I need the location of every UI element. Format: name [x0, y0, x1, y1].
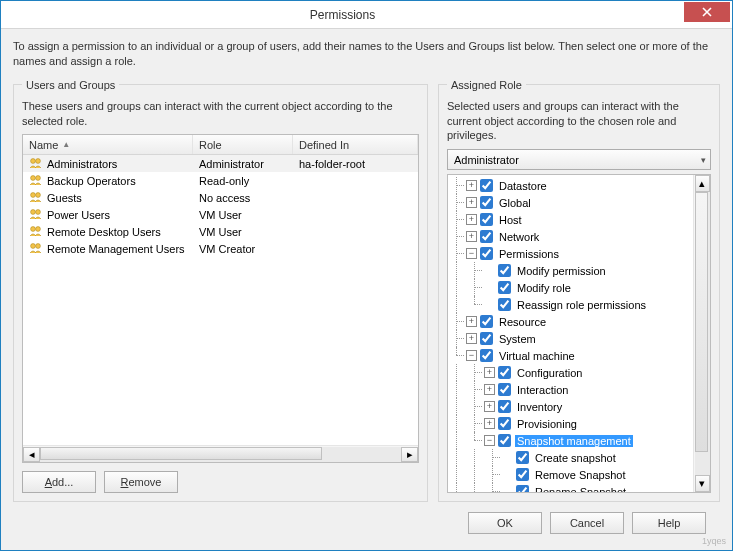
tree-node-host[interactable]: +Host — [448, 211, 693, 228]
tree-node-network[interactable]: +Network — [448, 228, 693, 245]
tree-checkbox[interactable] — [498, 434, 511, 447]
scroll-left-button[interactable]: ◂ — [23, 447, 40, 462]
cell-defined-in: ha-folder-root — [293, 158, 418, 170]
cell-role: VM User — [193, 226, 293, 238]
expand-icon[interactable]: + — [466, 316, 477, 327]
expand-icon[interactable]: + — [484, 384, 495, 395]
tree-label: Create snapshot — [533, 452, 618, 464]
role-selected: Administrator — [454, 154, 519, 166]
tree-checkbox[interactable] — [516, 485, 529, 492]
table-row[interactable]: AdministratorsAdministratorha-folder-roo… — [23, 155, 418, 172]
svg-point-1 — [36, 158, 41, 163]
table-row[interactable]: Power UsersVM User — [23, 206, 418, 223]
tree-label: Configuration — [515, 367, 584, 379]
tree-checkbox[interactable] — [516, 468, 529, 481]
col-role[interactable]: Role — [193, 135, 293, 154]
table-body: AdministratorsAdministratorha-folder-roo… — [23, 155, 418, 445]
v-scroll-thumb[interactable] — [695, 192, 708, 452]
tree-node-reassign-role-permissions[interactable]: Reassign role permissions — [448, 296, 693, 313]
tree-checkbox[interactable] — [498, 383, 511, 396]
cancel-button[interactable]: Cancel — [550, 512, 624, 534]
group-icon — [29, 225, 43, 239]
expand-icon[interactable]: + — [466, 333, 477, 344]
tree-node-datastore[interactable]: +Datastore — [448, 177, 693, 194]
tree-node-vm-rename-snapshot[interactable]: Rename Snapshot — [448, 483, 693, 492]
tree-node-permissions[interactable]: −Permissions — [448, 245, 693, 262]
svg-point-6 — [31, 209, 36, 214]
v-scrollbar[interactable]: ▴ ▾ — [693, 175, 710, 492]
scroll-up-button[interactable]: ▴ — [695, 175, 710, 192]
tree-checkbox[interactable] — [498, 417, 511, 430]
tree-checkbox[interactable] — [498, 298, 511, 311]
tree-label: Virtual machine — [497, 350, 577, 362]
svg-point-7 — [36, 209, 41, 214]
scroll-down-button[interactable]: ▾ — [695, 475, 710, 492]
expand-icon[interactable]: + — [466, 197, 477, 208]
tree-checkbox[interactable] — [498, 366, 511, 379]
tree-checkbox[interactable] — [480, 179, 493, 192]
col-name[interactable]: Name ▲ — [23, 135, 193, 154]
tree-node-system[interactable]: +System — [448, 330, 693, 347]
titlebar: Permissions — [1, 1, 732, 29]
tree-node-vm-provisioning[interactable]: +Provisioning — [448, 415, 693, 432]
help-button[interactable]: Help — [632, 512, 706, 534]
expand-icon[interactable]: + — [466, 214, 477, 225]
collapse-icon[interactable]: − — [484, 435, 495, 446]
tree-checkbox[interactable] — [480, 213, 493, 226]
v-scroll-track[interactable] — [695, 192, 710, 475]
tree-node-vm-remove-snapshot[interactable]: Remove Snapshot — [448, 466, 693, 483]
tree-checkbox[interactable] — [498, 281, 511, 294]
expand-icon[interactable]: + — [484, 401, 495, 412]
h-scroll-thumb[interactable] — [40, 447, 322, 460]
tree-node-modify-permission[interactable]: Modify permission — [448, 262, 693, 279]
close-button[interactable] — [684, 2, 730, 22]
tree-checkbox[interactable] — [498, 264, 511, 277]
users-groups-table: Name ▲ Role Defined In AdministratorsAdm… — [22, 134, 419, 463]
table-row[interactable]: Remote Desktop UsersVM User — [23, 223, 418, 240]
cell-role: VM Creator — [193, 243, 293, 255]
dialog-footer: OK Cancel Help — [13, 502, 720, 544]
table-row[interactable]: GuestsNo access — [23, 189, 418, 206]
tree-node-virtual-machine[interactable]: −Virtual machine — [448, 347, 693, 364]
tree-label: Resource — [497, 316, 548, 328]
collapse-icon[interactable]: − — [466, 350, 477, 361]
tree-label: Inventory — [515, 401, 564, 413]
tree-node-vm-inventory[interactable]: +Inventory — [448, 398, 693, 415]
table-row[interactable]: Backup OperatorsRead-only — [23, 172, 418, 189]
tree-checkbox[interactable] — [516, 451, 529, 464]
scroll-right-button[interactable]: ▸ — [401, 447, 418, 462]
expand-icon[interactable]: + — [466, 180, 477, 191]
expand-icon[interactable]: + — [484, 418, 495, 429]
col-defined-in[interactable]: Defined In — [293, 135, 418, 154]
tree-checkbox[interactable] — [480, 230, 493, 243]
tree-checkbox[interactable] — [480, 315, 493, 328]
intro-text: To assign a permission to an individual … — [13, 39, 720, 69]
expand-icon[interactable]: + — [484, 367, 495, 378]
tree-checkbox[interactable] — [480, 247, 493, 260]
remove-button[interactable]: Remove — [104, 471, 178, 493]
tree-node-vm-interaction[interactable]: +Interaction — [448, 381, 693, 398]
tree-node-vm-configuration[interactable]: +Configuration — [448, 364, 693, 381]
cell-name: Backup Operators — [23, 174, 193, 188]
tree-checkbox[interactable] — [498, 400, 511, 413]
assigned-role-panel: Assigned Role Selected users and groups … — [438, 79, 720, 502]
ok-button[interactable]: OK — [468, 512, 542, 534]
h-scroll-track[interactable] — [40, 447, 401, 462]
tree-checkbox[interactable] — [480, 196, 493, 209]
tree-checkbox[interactable] — [480, 332, 493, 345]
collapse-icon[interactable]: − — [466, 248, 477, 259]
table-header: Name ▲ Role Defined In — [23, 135, 418, 155]
tree-node-global[interactable]: +Global — [448, 194, 693, 211]
h-scrollbar[interactable]: ◂ ▸ — [23, 445, 418, 462]
tree-node-vm-snapshot-management[interactable]: −Snapshot management — [448, 432, 693, 449]
tree-checkbox[interactable] — [480, 349, 493, 362]
table-row[interactable]: Remote Management UsersVM Creator — [23, 240, 418, 257]
role-combobox[interactable]: Administrator ▾ — [447, 149, 711, 170]
sort-asc-icon: ▲ — [62, 140, 70, 149]
svg-point-3 — [36, 175, 41, 180]
add-button[interactable]: Add... — [22, 471, 96, 493]
expand-icon[interactable]: + — [466, 231, 477, 242]
tree-node-resource[interactable]: +Resource — [448, 313, 693, 330]
tree-node-vm-create-snapshot[interactable]: Create snapshot — [448, 449, 693, 466]
tree-node-modify-role[interactable]: Modify role — [448, 279, 693, 296]
